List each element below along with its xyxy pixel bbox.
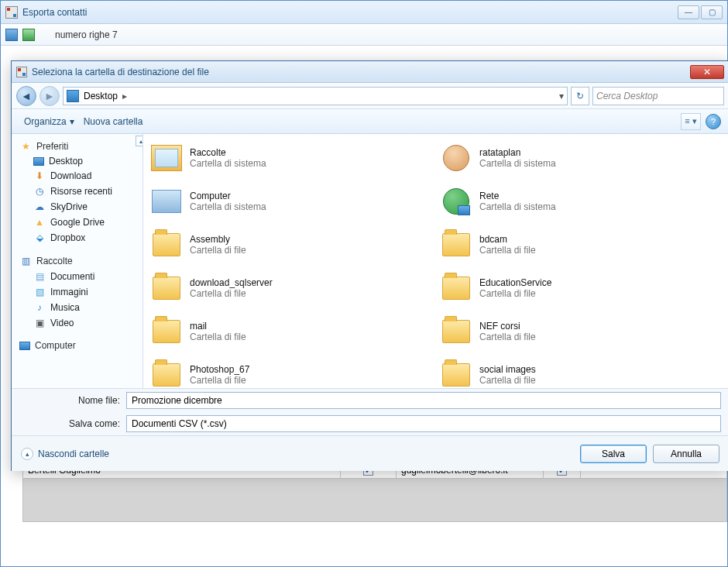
- sidebar-item-dropbox[interactable]: ⬙Dropbox: [12, 230, 143, 246]
- library-icon: ▥: [19, 255, 32, 267]
- library-icon: [151, 145, 182, 171]
- parent-titlebar: Esporta contatti — ▢: [1, 1, 727, 24]
- filename-input[interactable]: [126, 392, 721, 409]
- sidebar-item-documents[interactable]: ▤Documenti: [12, 269, 143, 284]
- item-bdcam[interactable]: bdcamCartella di file: [439, 224, 723, 266]
- sidebar-item-recent[interactable]: ◷Risorse recenti: [12, 184, 143, 199]
- filename-label: Nome file:: [66, 395, 120, 406]
- gdrive-icon: ▲: [33, 216, 46, 229]
- sidebar-item-music[interactable]: ♪Musica: [12, 300, 143, 315]
- item-social[interactable]: social imagesCartella di file: [439, 354, 723, 388]
- command-bar: Organizza ▾ Nuova cartella ≡ ▾ ?: [12, 109, 728, 134]
- dialog-app-icon: [16, 67, 27, 77]
- item-raccolte[interactable]: RaccolteCartella di sistema: [149, 137, 433, 179]
- item-rete[interactable]: ReteCartella di sistema: [439, 180, 723, 222]
- folder-icon: [442, 233, 470, 256]
- nav-bar: ◄ ► Desktop ▸ ▾ ↻ Cerca Desktop: [12, 83, 728, 109]
- folder-icon: [153, 363, 180, 387]
- sidebar-computer[interactable]: Computer: [12, 338, 143, 352]
- row-count-label: numero righe 7: [55, 29, 118, 40]
- sidebar-libraries[interactable]: ▥Raccolte: [12, 253, 143, 269]
- sidebar-item-skydrive[interactable]: ☁SkyDrive: [12, 199, 143, 215]
- refresh-button[interactable]: ↻: [571, 87, 589, 105]
- filename-row: Nome file:: [12, 389, 728, 412]
- item-download-sql[interactable]: download_sqlserverCartella di file: [149, 267, 433, 309]
- close-button[interactable]: ✕: [690, 65, 724, 79]
- chevron-right-icon[interactable]: ▸: [122, 91, 127, 101]
- download-icon: ⬇: [33, 170, 46, 182]
- sidebar-item-images[interactable]: ▧Immagini: [12, 284, 143, 300]
- sidebar-favorites[interactable]: ★Preferiti: [12, 139, 143, 154]
- minimize-button[interactable]: —: [678, 5, 699, 19]
- user-icon: [443, 145, 469, 171]
- new-folder-button[interactable]: Nuova cartella: [79, 114, 148, 129]
- computer-icon: [19, 342, 30, 350]
- cloud-icon: ☁: [33, 201, 46, 213]
- item-photoshop[interactable]: Photoshop_67Cartella di file: [149, 354, 433, 388]
- breadcrumb[interactable]: Desktop ▸ ▾: [63, 87, 568, 105]
- sidebar-item-download[interactable]: ⬇Download: [12, 168, 143, 184]
- dialog-title: Seleziona la cartella di destinazione de…: [32, 67, 690, 77]
- item-education[interactable]: EducationServiceCartella di file: [439, 267, 723, 309]
- file-list[interactable]: RaccolteCartella di sistema ratataplanCa…: [143, 134, 728, 388]
- search-input[interactable]: Cerca Desktop: [592, 87, 724, 105]
- item-ratataplan[interactable]: ratataplanCartella di sistema: [439, 137, 723, 179]
- maximize-button[interactable]: ▢: [701, 5, 723, 19]
- cancel-button[interactable]: Annulla: [653, 445, 719, 463]
- star-icon: ★: [19, 140, 32, 153]
- folder-icon: [442, 277, 470, 300]
- grid-empty-area: [22, 479, 727, 522]
- item-computer[interactable]: ComputerCartella di sistema: [149, 180, 433, 222]
- sidebar-item-desktop[interactable]: Desktop: [12, 154, 143, 168]
- folder-icon: [442, 320, 470, 343]
- image-icon: ▧: [33, 286, 46, 298]
- item-assembly[interactable]: AssemblyCartella di file: [149, 224, 433, 266]
- saveas-select[interactable]: Documenti CSV (*.csv): [126, 415, 721, 432]
- save-button[interactable]: Salva: [580, 445, 647, 463]
- sidebar-item-video[interactable]: ▣Video: [12, 315, 143, 331]
- app-icon: [5, 6, 18, 19]
- saveas-label: Salva come:: [66, 418, 120, 429]
- save-icon[interactable]: [5, 29, 18, 41]
- sidebar-expand-icon[interactable]: ▴: [136, 136, 143, 146]
- folder-icon: [153, 277, 180, 300]
- video-icon: ▣: [33, 317, 46, 329]
- item-mail[interactable]: mailCartella di file: [149, 311, 433, 352]
- collapse-icon: ▴: [21, 448, 33, 460]
- view-button[interactable]: ≡ ▾: [681, 113, 701, 130]
- hide-folders-link[interactable]: ▴ Nascondi cartelle: [21, 448, 109, 460]
- item-nef[interactable]: NEF corsiCartella di file: [439, 311, 723, 352]
- parent-title: Esporta contatti: [22, 7, 678, 18]
- help-button[interactable]: ?: [706, 114, 721, 129]
- folder-icon: [153, 320, 180, 343]
- save-dialog: Seleziona la cartella di destinazione de…: [11, 60, 728, 471]
- document-icon: ▤: [33, 270, 46, 283]
- chevron-down-icon[interactable]: ▾: [559, 91, 564, 101]
- dialog-footer: ▴ Nascondi cartelle Salva Annulla: [12, 435, 728, 471]
- search-placeholder: Cerca Desktop: [596, 91, 658, 101]
- recent-icon: ◷: [33, 185, 46, 198]
- dialog-titlebar: Seleziona la cartella di destinazione de…: [12, 61, 728, 83]
- computer-icon: [152, 190, 181, 213]
- desktop-icon: [67, 90, 79, 102]
- back-button[interactable]: ◄: [16, 86, 36, 106]
- folder-icon: [442, 363, 470, 387]
- sidebar: ▴ ★Preferiti Desktop ⬇Download ◷Risorse …: [12, 134, 143, 388]
- music-icon: ♪: [33, 301, 46, 314]
- saveas-row: Salva come: Documenti CSV (*.csv): [12, 412, 728, 435]
- dropbox-icon: ⬙: [33, 232, 46, 244]
- chevron-down-icon: ▾: [70, 116, 74, 127]
- network-icon: [443, 188, 469, 215]
- forward-button[interactable]: ►: [39, 86, 60, 106]
- monitor-icon: [33, 157, 44, 166]
- breadcrumb-text: Desktop: [84, 91, 118, 101]
- excel-icon[interactable]: [22, 29, 35, 41]
- parent-toolbar: numero righe 7: [1, 24, 727, 46]
- sidebar-item-gdrive[interactable]: ▲Google Drive: [12, 215, 143, 230]
- folder-icon: [153, 233, 180, 256]
- organize-menu[interactable]: Organizza ▾: [19, 114, 79, 129]
